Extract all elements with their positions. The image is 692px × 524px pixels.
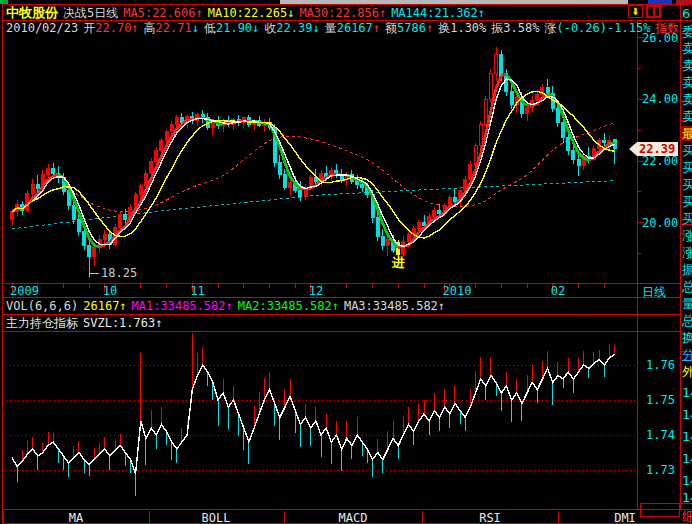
quote-field: 换1.30%: [438, 21, 491, 35]
quote-field: 额5786↑: [385, 21, 438, 35]
order-book-row[interactable]: 买: [682, 160, 692, 175]
quote-field-label: 开: [83, 21, 95, 35]
order-book-row[interactable]: 卖: [682, 75, 692, 90]
order-book-row[interactable]: 14: [682, 473, 692, 488]
order-book-row[interactable]: 14: [682, 407, 692, 422]
order-book-row[interactable]: 卖: [682, 41, 692, 56]
tab-dmi[interactable]: DMI: [614, 511, 636, 524]
svzl-axis-label: 1.73: [646, 463, 675, 477]
candle: [381, 236, 384, 245]
title-bar: 中牧股份决战5日线MA5:22.606↑MA10:22.265↓MA30:22.…: [6, 5, 626, 20]
order-book-row[interactable]: 14: [682, 385, 692, 400]
vol-part: 26167↑: [83, 299, 131, 313]
svzl-axis-label: 1.76: [646, 358, 675, 372]
ma-value: MA10:22.265↓: [208, 6, 300, 20]
order-book-row[interactable]: 最: [682, 126, 692, 141]
order-book-row[interactable]: 振: [682, 262, 692, 277]
candle: [103, 235, 106, 240]
quote-field-label: 换: [438, 21, 450, 35]
chart-canvas[interactable]: [0, 0, 692, 524]
quote-field: 开22.70↑: [83, 21, 143, 35]
candle: [165, 132, 168, 141]
order-book-row[interactable]: 总: [682, 279, 692, 294]
low-price-annotation: 18.25: [101, 266, 137, 280]
order-book-row[interactable]: 卖: [682, 58, 692, 73]
candle: [155, 150, 158, 161]
candle: [526, 107, 529, 113]
order-book-row[interactable]: 换: [682, 330, 692, 345]
stock-name: 中牧股份: [6, 5, 63, 20]
vol-part: MA2:33485.582↑: [238, 299, 344, 313]
period-label[interactable]: 日线: [642, 284, 666, 301]
tab-boll[interactable]: BOLL: [202, 511, 231, 524]
order-book-row[interactable]: 14: [682, 451, 692, 466]
x-axis-month-label: 2010: [443, 284, 472, 298]
candle: [72, 206, 75, 220]
tab-macd[interactable]: MACD: [339, 511, 368, 524]
quote-field-value: 1.30%: [450, 21, 486, 35]
candle: [423, 223, 426, 226]
candle: [603, 141, 606, 143]
quote-field: 振3.58%: [491, 21, 544, 35]
quote-info-bar: 2010/02/23开22.70↑高22.71↓低21.90↓收22.39↓量2…: [6, 21, 678, 37]
candle: [124, 215, 127, 220]
candle: [546, 87, 549, 93]
price-tag-arrow-icon: [629, 142, 637, 156]
buy-signal-label: 进: [392, 254, 405, 272]
order-book-row[interactable]: 外: [682, 364, 692, 379]
stock-app-window: 中牧股份决战5日线MA5:22.606↑MA10:22.265↓MA30:22.…: [0, 0, 692, 524]
quote-field: 涨(-0.26)-1.15%: [544, 21, 655, 35]
ma-dashed-lines: [12, 123, 615, 229]
ma-value: MA5:22.606↑: [123, 6, 207, 20]
candle: [438, 210, 441, 213]
candle: [36, 184, 39, 189]
candle: [93, 247, 96, 256]
order-book-row[interactable]: 总: [682, 313, 692, 328]
candle: [562, 123, 565, 138]
tab-rsi[interactable]: RSI: [479, 511, 501, 524]
split-window-icon[interactable]: [646, 5, 661, 18]
candle: [453, 198, 456, 201]
candle: [433, 210, 436, 216]
candles: [11, 47, 617, 276]
order-book-row[interactable]: 卖: [682, 109, 692, 124]
order-book-row[interactable]: 涨: [682, 228, 692, 243]
order-book-row[interactable]: 分: [682, 347, 692, 362]
candle: [31, 184, 34, 193]
ma-lines: [12, 74, 615, 248]
price-axis-label: 26.00: [642, 31, 678, 45]
order-book-row[interactable]: 量: [682, 296, 692, 311]
candle: [572, 150, 575, 159]
order-book-row[interactable]: 买: [682, 194, 692, 209]
order-book-row[interactable]: 6: [682, 6, 692, 21]
candle: [309, 178, 312, 187]
order-book-row[interactable]: 14: [682, 490, 692, 505]
scroll-down-icon[interactable]: ⬇: [628, 5, 643, 18]
price-axis-label: 22.00: [642, 154, 678, 168]
candle: [510, 92, 513, 104]
detail-tab-label[interactable]: 细: [682, 508, 692, 524]
candle: [567, 138, 570, 150]
x-axis-month-label: 11: [190, 284, 204, 298]
quote-field-value: 22.70↑: [95, 21, 138, 35]
vol-part: VOL(6,6,6): [6, 299, 83, 313]
quote-field-arrow: ↑: [426, 21, 433, 35]
order-book-row[interactable]: 买: [682, 177, 692, 192]
quote-field-label: 低: [204, 21, 216, 35]
quote-field-value: (-0.26)-1.15%: [556, 21, 650, 35]
order-book-row[interactable]: 14: [682, 429, 692, 444]
order-book-row[interactable]: 买: [682, 211, 692, 226]
order-book-row[interactable]: 卖: [682, 92, 692, 107]
quote-field-label: 高: [144, 21, 156, 35]
svzl-series: [12, 330, 615, 496]
tab-ma[interactable]: MA: [69, 511, 83, 524]
order-book-row[interactable]: 涨: [682, 245, 692, 260]
candle: [88, 246, 91, 257]
order-book-row[interactable]: 买: [682, 143, 692, 158]
order-book-row[interactable]: 委: [682, 24, 692, 39]
candle: [289, 183, 292, 188]
candle: [577, 159, 580, 165]
indicator-name: 决战5日线: [63, 6, 123, 20]
vol-part: MA1:33485.582↑: [132, 299, 238, 313]
candle: [150, 161, 153, 173]
